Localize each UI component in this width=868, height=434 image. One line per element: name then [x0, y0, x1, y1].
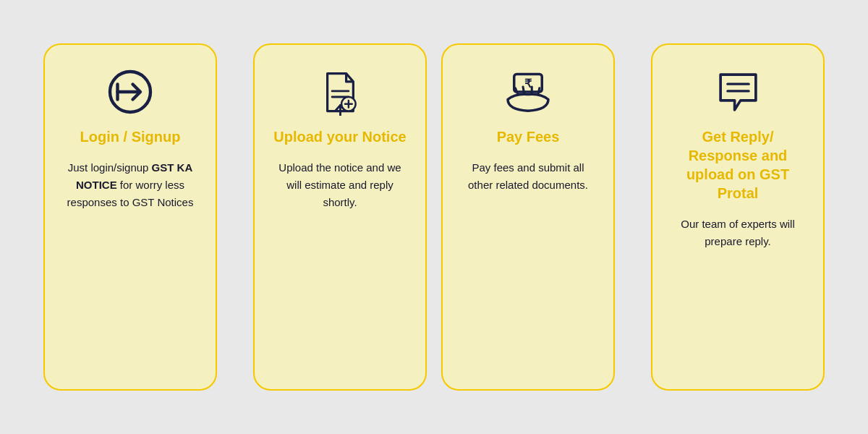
card-upload: Upload your Notice Upload the notice and… [253, 43, 427, 391]
card-reply-body: Our team of experts will prepare reply. [668, 216, 807, 250]
card-login-title: Login / Signup [80, 127, 181, 146]
card-fees: ₹ Pay Fees Pay fees and submit all other… [441, 43, 615, 391]
card-fees-title: Pay Fees [497, 127, 560, 146]
svg-line-12 [523, 87, 524, 94]
card-upload-title: Upload your Notice [273, 127, 406, 146]
login-icon [105, 67, 156, 117]
svg-line-14 [538, 88, 540, 95]
card-reply-title: Get Reply/ Response and upload on GST Pr… [668, 127, 807, 203]
cards-container: Login / Signup Just login/signup GST KA … [0, 22, 868, 412]
card-upload-body: Upload the notice and we will estimate a… [271, 159, 409, 211]
card-login-body: Just login/signup GST KA NOTICE for worr… [61, 159, 200, 211]
card-fees-body: Pay fees and submit all other related do… [459, 159, 597, 194]
fees-payment-icon: ₹ [503, 67, 553, 117]
svg-line-11 [516, 88, 519, 95]
reply-message-icon [712, 67, 763, 117]
card-reply: Get Reply/ Response and upload on GST Pr… [651, 43, 825, 391]
upload-doc-icon [315, 67, 365, 117]
card-login: Login / Signup Just login/signup GST KA … [43, 43, 217, 391]
